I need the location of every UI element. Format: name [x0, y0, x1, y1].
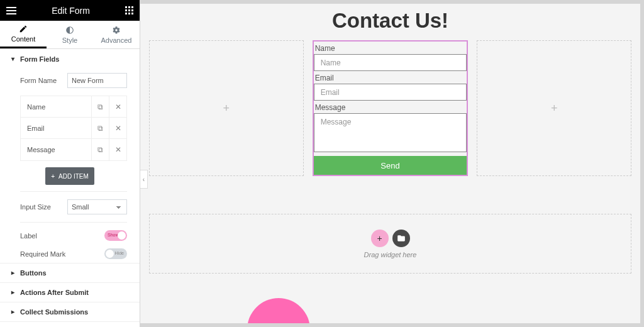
plus-icon: +	[51, 173, 55, 180]
duplicate-icon[interactable]: ⧉	[91, 118, 109, 138]
input-size-row: Input Size Small	[0, 196, 140, 218]
decorative-blob	[247, 298, 310, 327]
message-field-input[interactable]	[314, 113, 467, 152]
widgets-grid-icon[interactable]	[125, 6, 133, 14]
send-button[interactable]: Send	[314, 156, 467, 175]
duplicate-icon[interactable]: ⧉	[91, 96, 109, 117]
canvas: Contact Us! + Name Email Message Send + …	[140, 0, 644, 327]
editor-panel: Edit Form Content Style Advanced Form Fi…	[0, 0, 140, 327]
page-heading[interactable]: Contact Us!	[140, 9, 640, 33]
label-label: Label	[20, 232, 104, 240]
tab-style[interactable]: Style	[47, 21, 93, 48]
section-actions-after-submit[interactable]: Actions After Submit	[0, 282, 140, 302]
close-icon[interactable]: ✕	[109, 118, 126, 138]
panel-body: Form Fields Form Name Name ⧉ ✕ Email ⧉ ✕…	[0, 49, 140, 327]
field-item-name[interactable]: Name ⧉ ✕	[21, 96, 126, 118]
collapse-panel-button[interactable]: ‹	[140, 170, 148, 189]
drop-text: Drag widget here	[364, 251, 417, 258]
panel-header: Edit Form	[0, 0, 140, 21]
close-icon[interactable]: ✕	[109, 139, 126, 160]
section-buttons[interactable]: Buttons	[0, 263, 140, 282]
drop-area[interactable]: + Drag widget here	[149, 214, 631, 274]
label-toggle-row: Label Show	[0, 226, 140, 245]
form-name-row: Form Name	[0, 69, 140, 92]
tab-content[interactable]: Content	[0, 21, 47, 48]
panel-title: Edit Form	[16, 6, 125, 16]
email-field-label: Email	[314, 71, 467, 84]
required-toggle[interactable]: Hide	[104, 248, 127, 259]
name-field-input[interactable]	[314, 54, 467, 71]
plus-icon: +	[377, 233, 382, 243]
message-field-label: Message	[314, 101, 467, 113]
pencil-icon	[19, 25, 28, 33]
section-form-fields[interactable]: Form Fields	[0, 49, 140, 69]
section-collect-submissions[interactable]: Collect Submissions	[0, 302, 140, 321]
tab-advanced[interactable]: Advanced	[93, 21, 140, 48]
gear-icon	[112, 26, 121, 35]
empty-column-left[interactable]: +	[149, 40, 304, 176]
fields-list: Name ⧉ ✕ Email ⧉ ✕ Message ⧉ ✕	[20, 96, 127, 161]
close-icon[interactable]: ✕	[109, 96, 126, 117]
label-toggle[interactable]: Show	[104, 230, 127, 241]
section-email[interactable]: Email	[0, 321, 140, 327]
name-field-label: Name	[314, 42, 467, 54]
add-item-button[interactable]: +ADD ITEM	[45, 167, 94, 185]
empty-column-right[interactable]: +	[477, 40, 631, 176]
plus-icon: +	[551, 102, 558, 115]
duplicate-icon[interactable]: ⧉	[91, 139, 109, 160]
menu-icon[interactable]	[6, 7, 16, 14]
required-label: Required Mark	[20, 250, 104, 258]
template-button[interactable]	[392, 230, 410, 247]
editor-tabs: Content Style Advanced	[0, 21, 140, 49]
folder-icon	[397, 234, 406, 243]
email-field-input[interactable]	[314, 84, 467, 101]
input-size-select[interactable]: Small	[67, 199, 127, 214]
form-name-label: Form Name	[20, 77, 67, 84]
add-section-button[interactable]: +	[371, 230, 389, 247]
field-item-email[interactable]: Email ⧉ ✕	[21, 118, 126, 139]
input-size-label: Input Size	[20, 203, 67, 211]
form-name-input[interactable]	[67, 73, 127, 88]
plus-icon: +	[223, 102, 230, 115]
contrast-icon	[65, 26, 74, 35]
field-item-message[interactable]: Message ⧉ ✕	[21, 139, 126, 160]
form-widget[interactable]: Name Email Message Send	[313, 40, 469, 176]
required-toggle-row: Required Mark Hide	[0, 245, 140, 263]
